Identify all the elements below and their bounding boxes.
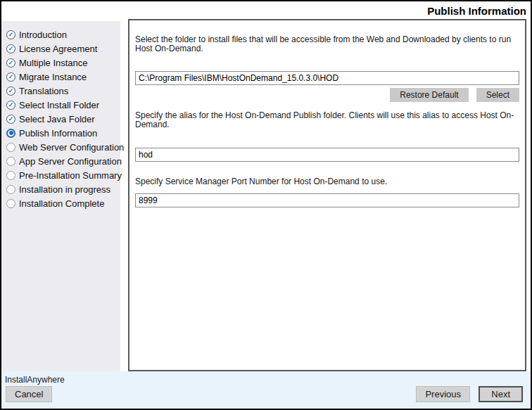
next-button[interactable]: Next — [479, 386, 523, 402]
sidebar-item-web-server-configuration: Web Server Configuration — [6, 140, 120, 154]
check-circle-icon: ✓ — [6, 30, 15, 39]
folder-instruction-text: Select the folder to install files that … — [135, 35, 519, 53]
sidebar-item-label: Installation Complete — [19, 198, 104, 209]
sidebar-item-installation-complete: Installation Complete — [6, 196, 120, 210]
check-circle-icon: ✓ — [6, 115, 15, 124]
radio-selected-icon — [6, 129, 15, 138]
sidebar-steps: ✓Introduction✓License Agreement✓Multiple… — [1, 21, 120, 371]
alias-instruction-text: Specify the alias for the Host On-Demand… — [135, 111, 519, 129]
sidebar-item-installation-in-progress: Installation in progress — [6, 182, 120, 196]
sidebar-item-label: Introduction — [19, 30, 67, 40]
check-circle-icon: ✓ — [6, 58, 15, 68]
radio-empty-icon — [6, 185, 15, 194]
main-panel: Select the folder to install files that … — [128, 19, 526, 371]
radio-empty-icon — [6, 143, 15, 152]
installer-window: { "window": { "title": "Publish Informat… — [0, 0, 532, 410]
sidebar-item-select-install-folder: ✓Select Install Folder — [6, 98, 120, 112]
sidebar-item-label: Installation in progress — [19, 184, 110, 195]
sidebar-item-label: Pre-Installation Summary — [19, 170, 122, 181]
sidebar-item-multiple-instance: ✓Multiple Instance — [6, 56, 120, 70]
radio-empty-icon — [6, 157, 15, 166]
sidebar-item-label: Translations — [19, 86, 68, 96]
sidebar-item-label: App Server Configuration — [19, 156, 122, 167]
sidebar-item-pre-installation-summary: Pre-Installation Summary — [6, 168, 120, 182]
sidebar-item-label: Migrate Instance — [19, 72, 87, 82]
sidebar-item-label: Multiple Instance — [19, 58, 88, 68]
port-instruction-text: Specify Service Manager Port Number for … — [135, 177, 519, 186]
previous-button[interactable]: Previous — [416, 386, 470, 402]
sidebar-item-label: License Agreement — [19, 44, 97, 54]
sidebar-item-select-java-folder: ✓Select Java Folder — [6, 112, 120, 126]
port-input[interactable] — [135, 193, 519, 207]
sidebar-item-label: Publish Information — [19, 128, 97, 139]
install-folder-input[interactable] — [135, 71, 519, 85]
restore-default-button[interactable]: Restore Default — [390, 88, 468, 102]
sidebar-item-migrate-instance: ✓Migrate Instance — [6, 70, 120, 84]
sidebar-item-introduction: ✓Introduction — [6, 27, 120, 41]
check-circle-icon: ✓ — [6, 101, 15, 110]
installanywhere-brand: InstallAnywhere — [5, 375, 65, 385]
cancel-button[interactable]: Cancel — [6, 386, 52, 402]
radio-empty-icon — [6, 199, 15, 208]
sidebar-item-publish-information: Publish Information — [6, 126, 120, 140]
footer-bar: InstallAnywhere Cancel Previous Next — [1, 371, 531, 409]
select-folder-button[interactable]: Select — [476, 88, 519, 102]
alias-input[interactable] — [135, 148, 519, 162]
sidebar-item-label: Select Install Folder — [19, 100, 99, 110]
sidebar-item-label: Web Server Configuration — [19, 142, 124, 153]
sidebar-item-label: Select Java Folder — [19, 114, 95, 124]
check-circle-icon: ✓ — [6, 72, 15, 82]
folder-buttons-row: Restore Default Select — [135, 88, 519, 102]
check-circle-icon: ✓ — [6, 44, 15, 53]
sidebar-item-license-agreement: ✓License Agreement — [6, 41, 120, 56]
page-title: Publish Information — [427, 5, 526, 17]
sidebar-item-app-server-configuration: App Server Configuration — [6, 154, 120, 168]
radio-empty-icon — [6, 171, 15, 180]
check-circle-icon: ✓ — [6, 87, 15, 96]
sidebar-item-translations: ✓Translations — [6, 84, 120, 98]
